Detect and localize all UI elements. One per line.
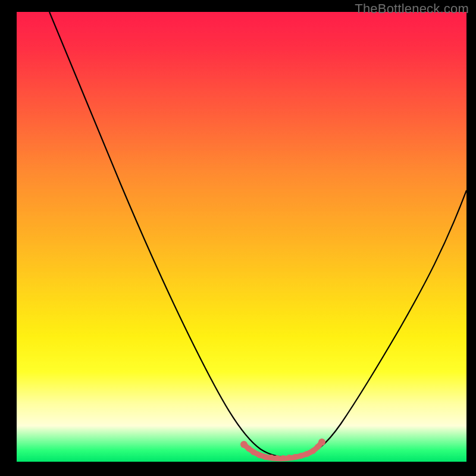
bottom-highlight <box>17 12 466 462</box>
watermark-text: TheBottleneck.com <box>355 1 469 17</box>
plot-area <box>17 12 466 462</box>
highlight-stroke <box>244 442 322 459</box>
chart-frame: TheBottleneck.com <box>0 0 476 476</box>
